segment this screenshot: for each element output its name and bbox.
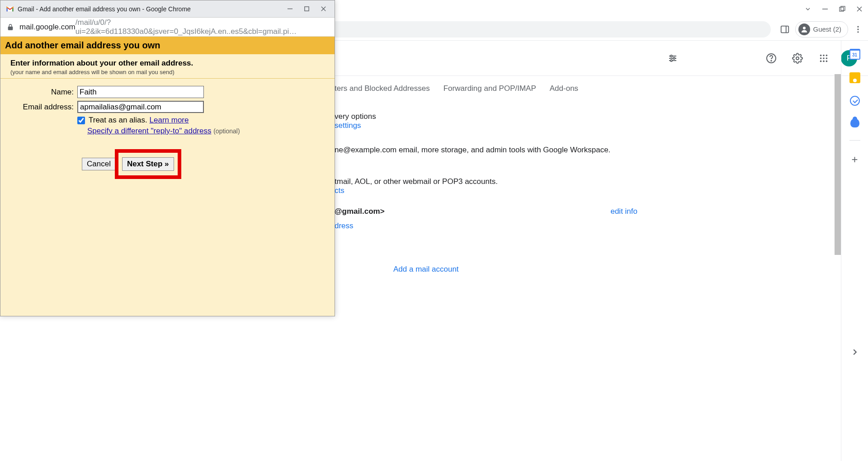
gmail-favicon-icon	[6, 6, 14, 12]
highlight-annotation: Next Step »	[115, 149, 181, 179]
add-email-popup-window: Gmail - Add another email address you ow…	[0, 0, 335, 316]
bg-win-chevron-down-icon[interactable]	[804, 5, 812, 13]
search-options-icon[interactable]	[664, 49, 682, 67]
popup-info-heading: Enter information about your other email…	[10, 59, 325, 68]
alias-learn-more-link[interactable]: Learn more	[150, 116, 189, 124]
reply-to-link[interactable]: Specify a different "reply-to" address	[87, 127, 211, 135]
svg-rect-5	[781, 26, 789, 33]
alias-label: Treat as an alias. Learn more	[89, 116, 189, 125]
popup-body: Add another email address you own Enter …	[0, 37, 335, 316]
delivery-options-text: very options	[335, 112, 868, 121]
cts-link[interactable]: cts	[335, 186, 868, 195]
popup-url-host[interactable]: mail.google.com	[19, 23, 75, 32]
contacts-icon[interactable]	[850, 118, 859, 127]
keep-icon[interactable]	[849, 72, 860, 83]
svg-point-20	[820, 54, 822, 56]
svg-point-15	[673, 57, 675, 59]
tab-addons[interactable]: Add-ons	[550, 84, 578, 93]
workspace-text: ne@example.com email, more storage, and …	[335, 146, 868, 155]
side-panel-icon[interactable]	[780, 24, 790, 34]
svg-point-16	[670, 60, 672, 61]
svg-point-21	[823, 54, 825, 56]
popup-minimize-icon[interactable]	[287, 6, 293, 12]
svg-point-23	[820, 57, 822, 59]
scrollbar-thumb[interactable]	[835, 74, 841, 255]
tab-filters[interactable]: ters and Blocked Addresses	[335, 84, 430, 93]
tasks-icon[interactable]	[850, 96, 860, 106]
popup-info-subtext: (your name and email address will be sho…	[10, 69, 325, 75]
webmail-text: tmail, AOL, or other webmail or POP3 acc…	[335, 177, 868, 186]
svg-point-22	[826, 54, 828, 56]
bg-more-menu-icon[interactable]	[854, 25, 863, 34]
apps-grid-icon[interactable]	[815, 49, 833, 67]
svg-point-19	[796, 57, 799, 60]
popup-close-icon[interactable]	[321, 6, 326, 12]
guest-avatar-icon	[798, 24, 810, 35]
svg-point-9	[857, 28, 859, 30]
svg-point-28	[826, 60, 828, 62]
gmail-address-text: @gmail.com>	[335, 207, 385, 216]
add-mail-account-link[interactable]: Add a mail account	[393, 265, 459, 274]
address-link[interactable]: dress	[335, 221, 868, 230]
name-label: Name:	[9, 88, 77, 97]
svg-point-25	[826, 57, 828, 59]
email-input[interactable]	[77, 101, 204, 113]
svg-point-18	[771, 60, 772, 61]
reply-to-optional: (optional)	[213, 127, 240, 135]
svg-rect-30	[305, 7, 309, 11]
guest-label: Guest (2)	[813, 25, 841, 33]
svg-point-8	[857, 26, 859, 27]
popup-header: Add another email address you own	[0, 37, 335, 54]
svg-point-14	[670, 55, 672, 57]
addons-plus-icon[interactable]: +	[851, 153, 858, 166]
cancel-button[interactable]: Cancel	[82, 158, 116, 170]
google-side-panel: +	[841, 41, 868, 461]
lock-icon[interactable]	[7, 24, 14, 31]
svg-point-26	[820, 60, 822, 62]
svg-point-27	[823, 60, 825, 62]
svg-point-10	[857, 31, 859, 33]
popup-form: Name: Email address: Treat as an alias. …	[0, 79, 335, 186]
svg-point-7	[803, 27, 806, 29]
popup-info-section: Enter information about your other email…	[0, 54, 335, 79]
side-panel-divider	[849, 140, 860, 141]
tab-forwarding[interactable]: Forwarding and POP/IMAP	[443, 84, 536, 93]
help-icon[interactable]	[762, 49, 780, 67]
bg-win-minimize-icon[interactable]	[821, 5, 829, 13]
email-label: Email address:	[9, 103, 77, 112]
popup-window-title: Gmail - Add another email address you ow…	[18, 5, 287, 13]
popup-url-path: /mail/u/0/?ui=2&ik=6d118330a0&jsver=0_Jq…	[75, 18, 328, 36]
bg-win-close-icon[interactable]	[855, 5, 863, 13]
popup-maximize-icon[interactable]	[304, 6, 310, 12]
next-step-button[interactable]: Next Step »	[122, 157, 174, 171]
settings-link[interactable]: settings	[335, 121, 868, 130]
svg-point-24	[823, 57, 825, 59]
alias-checkbox[interactable]	[77, 117, 85, 124]
name-input[interactable]	[77, 86, 204, 98]
popup-address-bar: mail.google.com/mail/u/0/?ui=2&ik=6d1183…	[0, 18, 335, 37]
guest-profile-chip[interactable]: Guest (2)	[795, 21, 848, 38]
bg-win-maximize-icon[interactable]	[838, 5, 846, 13]
calendar-icon[interactable]	[849, 49, 860, 60]
popup-titlebar: Gmail - Add another email address you ow…	[0, 0, 335, 18]
settings-gear-icon[interactable]	[788, 49, 807, 67]
edit-info-link[interactable]: edit info	[610, 207, 637, 216]
